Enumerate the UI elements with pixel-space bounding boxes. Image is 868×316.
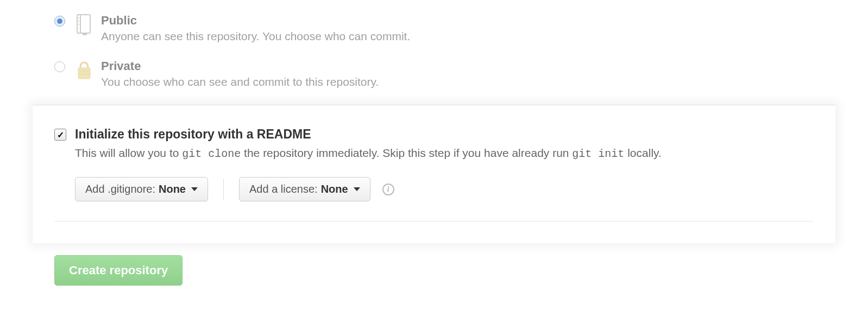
divider [223,179,224,200]
init-desc-code2: git init [572,148,624,160]
public-repo-icon [75,14,92,35]
license-label: Add a license: [249,183,318,195]
dropdown-row: Add .gitignore: None Add a license: None… [75,177,814,201]
private-desc: You choose who can see and commit to thi… [101,75,379,89]
gitignore-label: Add .gitignore: [85,183,155,195]
svg-point-4 [78,24,79,25]
svg-point-2 [78,17,79,18]
info-icon[interactable]: i [382,184,394,195]
chevron-down-icon [191,187,198,191]
license-value: None [321,183,348,195]
public-title: Public [101,14,410,28]
public-desc: Anyone can see this repository. You choo… [101,30,410,43]
public-radio[interactable] [54,16,65,27]
public-text: Public Anyone can see this repository. Y… [101,14,410,43]
visibility-options-group: Public Anyone can see this repository. Y… [0,0,868,89]
private-radio[interactable] [54,61,65,72]
license-dropdown[interactable]: Add a license: None [239,177,370,201]
private-text: Private You choose who can see and commi… [101,59,379,89]
private-title: Private [101,59,379,73]
svg-point-3 [78,21,79,22]
private-lock-icon [75,59,92,81]
initialize-desc: This will allow you to git clone the rep… [75,145,662,162]
initialize-readme-checkbox[interactable]: ✓ [54,129,66,141]
create-repository-button[interactable]: Create repository [54,255,183,286]
chevron-down-icon [354,187,360,191]
svg-rect-5 [78,68,90,79]
visibility-option-private[interactable]: Private You choose who can see and commi… [54,59,868,89]
divider [54,221,814,222]
gitignore-dropdown[interactable]: Add .gitignore: None [75,177,208,201]
init-desc-part-b: the repository immediately. Skip this st… [241,147,572,159]
init-desc-code1: git clone [182,148,241,160]
svg-rect-0 [77,15,90,33]
gitignore-value: None [159,183,186,195]
init-desc-part-a: This will allow you to [75,147,182,159]
initialize-panel: ✓ Initialize this repository with a READ… [33,105,835,243]
visibility-option-public[interactable]: Public Anyone can see this repository. Y… [54,14,868,43]
init-desc-part-c: locally. [624,147,661,159]
initialize-heading: Initialize this repository with a README [75,127,662,142]
